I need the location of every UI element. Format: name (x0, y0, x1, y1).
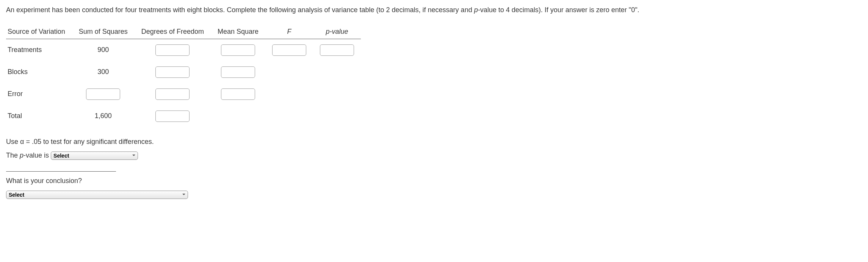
label-blocks: Blocks (6, 61, 72, 83)
conclusion-section: What is your conclusion? (6, 171, 116, 188)
df-total-input[interactable] (155, 110, 190, 122)
row-treatments: Treatments 900 (6, 39, 361, 61)
row-blocks: Blocks 300 (6, 61, 361, 83)
ms-error-input[interactable] (221, 88, 255, 100)
header-p: p-value (313, 25, 361, 39)
conclusion-select[interactable]: Select (6, 191, 188, 199)
header-f: F (265, 25, 313, 39)
ss-total: 1,600 (72, 105, 135, 127)
df-blocks-input[interactable] (155, 66, 190, 78)
alpha-instruction: Use α = .05 to test for any significant … (6, 135, 862, 148)
row-error: Error (6, 83, 361, 105)
f-treatments-input[interactable] (272, 44, 306, 56)
ss-blocks: 300 (72, 61, 135, 83)
label-treatments: Treatments (6, 39, 72, 61)
header-ss: Sum of Squares (72, 25, 135, 39)
intro-p-italic: p (474, 6, 478, 14)
intro-text-1: An experiment has been conducted for fou… (6, 6, 474, 14)
pvalue-line: The p-value is Select (6, 148, 862, 162)
table-header-row: Source of Variation Sum of Squares Degre… (6, 25, 361, 39)
row-total: Total 1,600 (6, 105, 361, 127)
label-total: Total (6, 105, 72, 127)
df-error-input[interactable] (155, 88, 190, 100)
ms-blocks-input[interactable] (221, 66, 255, 78)
label-error: Error (6, 83, 72, 105)
problem-statement: An experiment has been conducted for fou… (6, 5, 862, 16)
df-treatments-input[interactable] (155, 44, 190, 56)
header-source: Source of Variation (6, 25, 72, 39)
header-ms: Mean Square (211, 25, 265, 39)
p-treatments-input[interactable] (320, 44, 354, 56)
anova-table: Source of Variation Sum of Squares Degre… (6, 25, 361, 127)
ms-treatments-input[interactable] (221, 44, 255, 56)
conclusion-question: What is your conclusion? (6, 174, 116, 188)
header-df: Degrees of Freedom (135, 25, 211, 39)
ss-treatments: 900 (72, 39, 135, 61)
intro-text-2: -value to 4 decimals). If your answer is… (478, 6, 639, 14)
pvalue-select[interactable]: Select (51, 152, 138, 160)
ss-error-input[interactable] (86, 88, 120, 100)
